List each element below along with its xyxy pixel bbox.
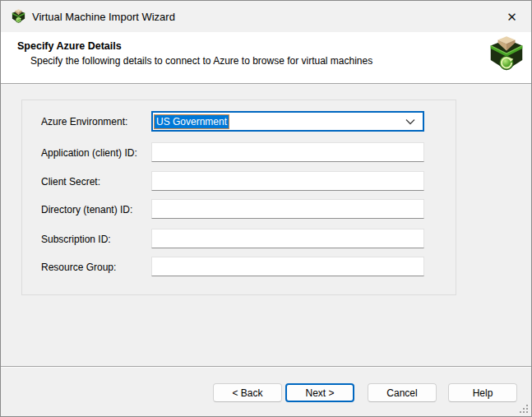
close-button[interactable]: ✕: [493, 1, 531, 32]
resize-grip[interactable]: [519, 404, 529, 414]
chevron-down-icon: [405, 118, 415, 126]
combobox-selected-value: US Government: [155, 115, 229, 128]
azure-environment-combobox[interactable]: US Government: [151, 111, 424, 132]
form-row-azure-environment: Azure Environment: US Government: [22, 111, 456, 132]
wizard-header: Specify Azure Details Specify the follow…: [1, 32, 531, 84]
resource-group-input[interactable]: [151, 257, 424, 276]
form-row-application-client-id: Application (client) ID:: [22, 142, 456, 163]
field-label-application-client-id: Application (client) ID:: [41, 147, 137, 159]
vm-import-cube-icon: [489, 35, 524, 74]
form-row-client-secret: Client Secret:: [22, 171, 456, 192]
app-icon: [12, 9, 25, 24]
cancel-button[interactable]: Cancel: [368, 383, 437, 402]
wizard-window: Virtual Machine Import Wizard ✕ Specify …: [0, 0, 532, 417]
back-button[interactable]: < Back: [213, 383, 282, 402]
next-button[interactable]: Next >: [285, 383, 354, 402]
field-label-directory-tenant-id: Directory (tenant) ID:: [41, 204, 132, 215]
field-label-resource-group: Resource Group:: [41, 262, 116, 273]
form-row-directory-tenant-id: Directory (tenant) ID:: [22, 199, 456, 220]
azure-details-group: Azure Environment: US Government Applica…: [21, 100, 456, 295]
subscription-id-input[interactable]: [151, 229, 424, 248]
application-client-id-input[interactable]: [151, 142, 424, 162]
window-title: Virtual Machine Import Wizard: [32, 11, 175, 23]
client-secret-input[interactable]: [151, 171, 424, 191]
directory-tenant-id-input[interactable]: [151, 199, 424, 219]
help-button[interactable]: Help: [448, 383, 517, 402]
field-label-azure-environment: Azure Environment:: [41, 116, 127, 127]
form-row-resource-group: Resource Group:: [22, 257, 456, 277]
page-subtitle: Specify the following details to connect…: [30, 55, 372, 67]
footer-separator: [1, 366, 531, 368]
field-label-client-secret: Client Secret:: [41, 176, 100, 188]
field-label-subscription-id: Subscription ID:: [41, 234, 111, 245]
titlebar[interactable]: Virtual Machine Import Wizard ✕: [1, 1, 531, 32]
close-icon: ✕: [507, 11, 517, 23]
form-row-subscription-id: Subscription ID:: [22, 229, 456, 249]
page-title: Specify Azure Details: [17, 40, 122, 52]
